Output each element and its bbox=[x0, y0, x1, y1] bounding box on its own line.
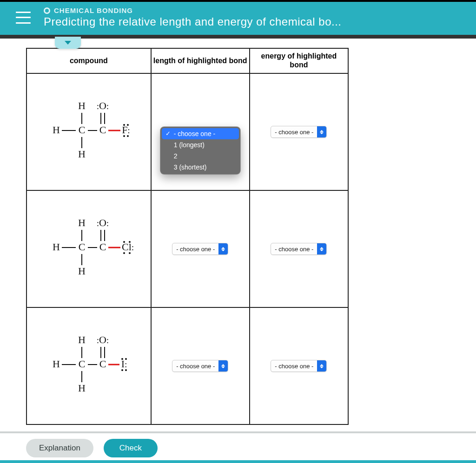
energy-select[interactable]: - choose one - bbox=[271, 243, 327, 255]
svg-text:H: H bbox=[53, 358, 60, 370]
svg-text:C: C bbox=[99, 358, 106, 370]
table-row: H :O: H C C Cl: bbox=[26, 190, 348, 307]
select-label: - choose one - bbox=[271, 246, 317, 253]
svg-point-33 bbox=[129, 252, 131, 254]
chevron-updown-icon bbox=[317, 243, 326, 254]
energy-cell: - choose one - bbox=[250, 307, 348, 424]
length-cell: - choose one - bbox=[151, 190, 250, 307]
energy-select[interactable]: - choose one - bbox=[271, 126, 327, 138]
energy-cell: - choose one - bbox=[250, 190, 348, 307]
energy-select[interactable]: - choose one - bbox=[271, 360, 327, 372]
svg-text:H: H bbox=[53, 241, 60, 253]
hint-tab[interactable] bbox=[55, 37, 81, 49]
dropdown-option[interactable]: 1 (longest) bbox=[162, 139, 239, 150]
menu-icon[interactable] bbox=[16, 12, 31, 24]
svg-text::O:: :O: bbox=[97, 100, 109, 111]
lewis-structure-cl: H :O: H C C Cl: bbox=[38, 209, 140, 287]
dropdown-option[interactable]: 2 bbox=[162, 150, 239, 162]
svg-text:H: H bbox=[78, 148, 86, 160]
select-label: - choose one - bbox=[271, 129, 317, 136]
svg-text:H: H bbox=[78, 100, 86, 111]
chevron-updown-icon bbox=[218, 360, 228, 372]
select-label: - choose one - bbox=[172, 363, 218, 370]
dropdown-option[interactable]: 3 (shortest) bbox=[162, 162, 239, 173]
dropdown-option[interactable]: - choose one - bbox=[162, 128, 239, 139]
svg-text:C: C bbox=[99, 124, 106, 136]
svg-text:Cl:: Cl: bbox=[122, 241, 134, 253]
svg-point-15 bbox=[127, 135, 129, 137]
category-label: CHEMICAL BONDING bbox=[44, 7, 469, 14]
header-text: CHEMICAL BONDING Predicting the relative… bbox=[44, 7, 469, 28]
app-header: CHEMICAL BONDING Predicting the relative… bbox=[0, 2, 476, 35]
length-cell: - choose one - 1 (longest) 2 3 (shortest… bbox=[151, 73, 250, 190]
svg-text:H: H bbox=[53, 124, 60, 136]
category-bullet-icon bbox=[44, 7, 50, 14]
select-label: - choose one - bbox=[271, 363, 317, 370]
svg-text:I:: I: bbox=[121, 358, 127, 370]
svg-text:C: C bbox=[78, 124, 85, 136]
compound-cell: H :O: H C C I: bbox=[26, 307, 151, 424]
table-row: H :O: H C C I: bbox=[26, 307, 348, 424]
energy-cell: - choose one - bbox=[250, 73, 348, 190]
footer: Explanation Check bbox=[0, 431, 476, 463]
svg-text:H: H bbox=[78, 217, 86, 228]
col-header-length: length of highlighted bond bbox=[151, 48, 250, 73]
length-select[interactable]: - choose one - bbox=[172, 360, 228, 372]
category-text: CHEMICAL BONDING bbox=[54, 7, 133, 14]
length-cell: - choose one - bbox=[151, 307, 250, 424]
question-table: compound length of highlighted bond ener… bbox=[26, 48, 349, 425]
table-row: H :O: H C C bbox=[26, 73, 348, 190]
svg-text:H: H bbox=[78, 382, 86, 394]
svg-text:H: H bbox=[78, 265, 86, 277]
lewis-structure-f: H :O: H C C bbox=[38, 91, 140, 170]
svg-text::O:: :O: bbox=[97, 217, 109, 228]
svg-point-51 bbox=[125, 369, 127, 371]
select-label: - choose one - bbox=[172, 246, 218, 253]
svg-text:F:: F: bbox=[122, 124, 130, 136]
svg-point-50 bbox=[121, 369, 123, 371]
svg-point-32 bbox=[123, 252, 125, 254]
footer-accent bbox=[0, 460, 476, 463]
col-header-energy: energy of highlighted bond bbox=[250, 48, 348, 73]
page-title: Predicting the relative length and energ… bbox=[44, 15, 469, 28]
svg-text:H: H bbox=[78, 334, 86, 346]
svg-text::O:: :O: bbox=[97, 334, 109, 346]
check-button[interactable]: Check bbox=[104, 439, 158, 457]
compound-cell: H :O: H C C bbox=[26, 73, 151, 190]
length-select[interactable]: - choose one - bbox=[172, 243, 228, 255]
explanation-button[interactable]: Explanation bbox=[26, 439, 93, 457]
compound-cell: H :O: H C C Cl: bbox=[26, 190, 151, 307]
chevron-updown-icon bbox=[317, 126, 326, 137]
svg-text:C: C bbox=[78, 358, 85, 370]
svg-text:C: C bbox=[78, 241, 85, 253]
question-content: compound length of highlighted bond ener… bbox=[0, 39, 476, 425]
svg-text:C: C bbox=[99, 241, 106, 253]
length-select-open[interactable]: - choose one - 1 (longest) 2 3 (shortest… bbox=[160, 127, 240, 174]
chevron-updown-icon bbox=[317, 360, 326, 372]
col-header-compound: compound bbox=[26, 48, 151, 73]
svg-point-14 bbox=[123, 135, 125, 137]
chevron-updown-icon bbox=[218, 243, 228, 254]
lewis-structure-i: H :O: H C C I: bbox=[38, 326, 140, 404]
